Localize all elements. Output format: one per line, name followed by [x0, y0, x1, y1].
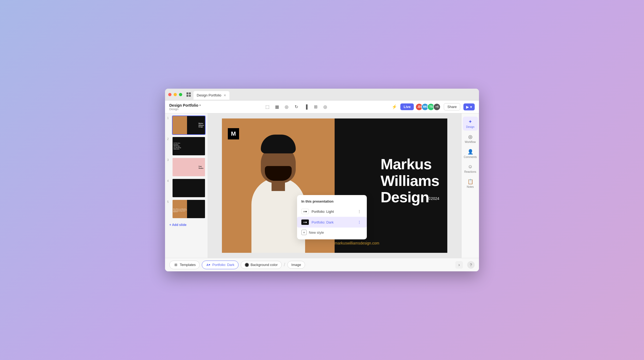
templates-label: Templates — [180, 263, 196, 267]
style-button[interactable]: A Portfolio: Dark — [202, 261, 238, 269]
comments-label: Comments — [464, 156, 477, 159]
style-icon-dark: A — [301, 219, 309, 225]
right-panel-comments[interactable]: 👤 Comments — [463, 147, 478, 161]
slide2-thumb-text: Art Direction.Branding.Web Design.Fire B… — [174, 142, 181, 150]
slide-item-3[interactable]: 3 CaseStudies — [167, 157, 206, 177]
reactions-label: Reactions — [464, 170, 476, 173]
slide-thumbnail-5[interactable]: Markus Williams is a multidisciplinaryde… — [172, 199, 206, 219]
popup-light-label: Portfolio: Light — [312, 210, 353, 214]
right-panel-reactions[interactable]: ☺ Reactions — [463, 162, 478, 175]
style-icon-light: A — [301, 209, 309, 214]
app-title: Design Portfolio — [169, 103, 198, 107]
slide-canvas: M — [222, 118, 447, 253]
chart-icon[interactable]: ▐ — [303, 104, 309, 110]
image-button[interactable]: Image — [287, 261, 305, 269]
style-icon-btn: A — [206, 262, 211, 267]
comments-icon: 👤 — [467, 149, 473, 155]
minimize-button[interactable] — [174, 93, 177, 96]
canvas-area[interactable]: M — [208, 113, 461, 258]
popup-dark-more-icon[interactable]: ⋮ — [356, 219, 363, 225]
play-chevron-icon: ▾ — [470, 105, 472, 109]
slide-number-3: 3 — [167, 157, 170, 161]
share-button[interactable]: Share — [444, 103, 460, 110]
slide-website: markuswilliamsdesign.com — [335, 241, 379, 245]
popup-item-light[interactable]: A Portfolio: Light ⋮ — [297, 206, 367, 217]
bg-color-circle — [245, 263, 249, 267]
right-panel-workflow[interactable]: ◎ Workflow — [463, 132, 478, 146]
slide5-thumb-text: Markus Williams is a multidisciplinaryde… — [173, 209, 187, 213]
notes-icon: 📋 — [467, 179, 473, 185]
slide-number-2: 2 — [167, 136, 170, 141]
circle-icon[interactable]: ◎ — [323, 104, 328, 110]
templates-button[interactable]: ⊞ Templates — [169, 261, 200, 269]
design-icon: ✦ — [468, 119, 472, 125]
bottom-toolbar: ⊞ Templates A Portfolio: Dark Background… — [165, 258, 479, 271]
toolbar-icons: ⬚ ▦ ◎ ↻ ▐ ⊞ ◎ — [265, 104, 328, 110]
slide-item-2[interactable]: 2 Art Direction.Branding.Web Design.Fire… — [167, 136, 206, 156]
slide3-thumb-text: CaseStudies — [199, 165, 203, 169]
notes-label: Notes — [467, 185, 474, 188]
play-icon: ▶ — [466, 105, 469, 109]
app-window: Design Portfolio ✕ Design Portfolio ▾ De… — [165, 89, 479, 271]
slide-thumbnail-3[interactable]: CaseStudies — [172, 157, 206, 177]
slide-item-1[interactable]: 1 MarkusWilliamsDesign — [167, 116, 206, 135]
app-subtitle: Design — [169, 107, 201, 111]
popup-header: In this presentation — [297, 199, 367, 206]
popup-item-dark[interactable]: A Portfolio: Dark ⋮ — [297, 217, 367, 228]
popup-add-icon: + — [301, 230, 307, 235]
avatars-group: JD MK TS +4 — [417, 103, 441, 111]
live-button[interactable]: Live — [400, 103, 414, 110]
app-tab[interactable]: Design Portfolio ✕ — [193, 91, 229, 100]
toolbar-right: ⚡ Live JD MK TS +4 Share ▶ ▾ — [392, 103, 475, 111]
app-toolbar: Design Portfolio ▾ Design ⬚ ▦ ◎ ↻ ▐ ⊞ ◎ … — [165, 100, 479, 113]
popup-add-style-item[interactable]: + New style — [297, 228, 367, 237]
workflow-icon: ◎ — [468, 134, 473, 140]
slide-number-4: 4 — [167, 178, 170, 182]
lightning-icon[interactable]: ⚡ — [392, 104, 397, 110]
close-button[interactable] — [168, 93, 171, 96]
refresh-icon[interactable]: ↻ — [294, 104, 299, 110]
app-title-row[interactable]: Design Portfolio ▾ — [169, 103, 201, 107]
reactions-icon: ☺ — [468, 164, 473, 170]
popup-light-more-icon[interactable]: ⋮ — [356, 208, 363, 215]
title-chevron-icon: ▾ — [199, 104, 201, 107]
tab-grid-icon[interactable] — [186, 92, 191, 97]
main-content: 1 MarkusWilliamsDesign 2 Art Direction.B… — [165, 113, 479, 258]
tab-close-icon[interactable]: ✕ — [224, 93, 226, 97]
add-slide-button[interactable]: + Add slide — [167, 221, 206, 228]
bg-color-label: Background color — [251, 263, 278, 267]
slides-panel: 1 MarkusWilliamsDesign 2 Art Direction.B… — [165, 113, 208, 258]
slide-number-1: 1 — [167, 116, 170, 120]
app-title-section: Design Portfolio ▾ Design — [169, 103, 201, 111]
table-icon[interactable]: ▦ — [274, 104, 280, 110]
maximize-button[interactable] — [179, 93, 182, 96]
design-label: Design — [466, 125, 474, 128]
divider: / — [284, 262, 285, 268]
slide-thumbnail-1[interactable]: MarkusWilliamsDesign — [172, 116, 206, 135]
slide1-thumb-text: MarkusWilliamsDesign — [199, 123, 204, 128]
slide-item-5[interactable]: 5 Markus Williams is a multidisciplinary… — [167, 199, 206, 219]
slide-item-4[interactable]: 4 — [167, 178, 206, 198]
popup-dark-label: Portfolio: Dark — [312, 220, 353, 224]
workflow-label: Workflow — [465, 141, 476, 143]
right-panel-design[interactable]: ✦ Design — [463, 117, 478, 131]
play-button[interactable]: ▶ ▾ — [463, 103, 475, 110]
slide-number-5: 5 — [167, 199, 170, 203]
titlebar: Design Portfolio ✕ — [165, 89, 479, 100]
background-color-button[interactable]: Background color — [241, 261, 282, 269]
right-panel-notes[interactable]: 📋 Notes — [463, 177, 478, 190]
slide-copyright: ©2024 — [428, 196, 439, 201]
traffic-lights — [168, 93, 182, 96]
tab-label: Design Portfolio — [197, 93, 221, 97]
templates-icon: ⊞ — [173, 262, 178, 267]
right-panel: ✦ Design ◎ Workflow 👤 Comments ☺ Reactio… — [461, 113, 479, 258]
slide-thumbnail-2[interactable]: Art Direction.Branding.Web Design.Fire B… — [172, 136, 206, 156]
speech-icon[interactable]: ◎ — [284, 104, 289, 110]
grid-icon[interactable]: ⊞ — [313, 104, 318, 110]
avatar-count: +4 — [433, 103, 441, 111]
frame-icon[interactable]: ⬚ — [265, 104, 270, 110]
popup-add-label: New style — [309, 231, 324, 235]
slide-thumbnail-4[interactable] — [172, 178, 206, 198]
bottom-expand-icon[interactable]: › — [455, 261, 463, 269]
help-button[interactable]: ? — [467, 261, 475, 269]
